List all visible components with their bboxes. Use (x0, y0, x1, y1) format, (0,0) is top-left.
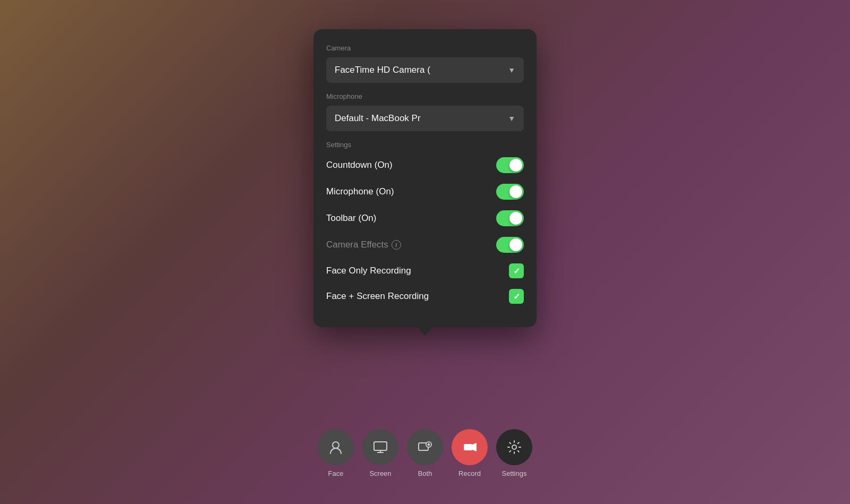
countdown-row: Countdown (On) (326, 157, 524, 173)
face-icon (328, 439, 344, 455)
screen-label: Screen (369, 469, 391, 477)
screen-toolbar-item[interactable]: Screen (362, 429, 398, 477)
face-screen-checkbox[interactable]: ✓ (509, 289, 524, 304)
screen-button[interactable] (362, 429, 398, 465)
bottom-toolbar: Face Screen Both (318, 429, 532, 477)
toolbar-label: Toolbar (On) (326, 213, 376, 224)
svg-marker-8 (472, 443, 477, 451)
camera-effects-info-icon[interactable]: i (392, 240, 401, 250)
both-icon (417, 439, 433, 455)
settings-toolbar-item[interactable]: Settings (496, 429, 532, 477)
both-label: Both (418, 469, 432, 477)
microphone-dropdown-arrow-icon: ▼ (508, 114, 515, 123)
gear-icon (506, 439, 522, 455)
microphone-toggle[interactable] (496, 184, 524, 200)
toolbar-toggle-thumb (509, 212, 522, 225)
record-button[interactable] (452, 429, 488, 465)
settings-section-label: Settings (326, 141, 524, 149)
camera-effects-toggle-track (496, 237, 524, 253)
countdown-label: Countdown (On) (326, 160, 393, 170)
record-toolbar-item[interactable]: Record (452, 429, 488, 477)
toolbar-toggle[interactable] (496, 210, 524, 226)
svg-point-0 (333, 442, 339, 448)
camera-effects-toggle-thumb (509, 238, 522, 251)
face-button[interactable] (318, 429, 354, 465)
face-screen-checkmark-icon: ✓ (513, 292, 520, 302)
record-label: Record (458, 469, 481, 477)
both-toolbar-item[interactable]: Both (407, 429, 443, 477)
face-screen-label: Face + Screen Recording (326, 291, 429, 302)
face-toolbar-item[interactable]: Face (318, 429, 354, 477)
both-button[interactable] (407, 429, 443, 465)
microphone-section-label: Microphone (326, 92, 524, 100)
screen-icon (372, 439, 388, 455)
face-only-checkbox[interactable]: ✓ (509, 263, 524, 278)
camera-dropdown-arrow-icon: ▼ (508, 66, 515, 74)
microphone-toggle-thumb (509, 185, 522, 198)
face-only-label: Face Only Recording (326, 266, 411, 276)
microphone-dropdown[interactable]: Default - MacBook Pr ▼ (326, 106, 524, 131)
svg-rect-7 (464, 444, 472, 450)
svg-point-9 (512, 445, 516, 449)
face-only-row: Face Only Recording ✓ (326, 263, 524, 278)
camera-effects-label: Camera Effects i (326, 240, 401, 250)
microphone-dropdown-value: Default - MacBook Pr (335, 113, 421, 124)
toolbar-row: Toolbar (On) (326, 210, 524, 226)
settings-label: Settings (502, 469, 527, 477)
camera-section-label: Camera (326, 44, 524, 52)
face-label: Face (328, 469, 344, 477)
microphone-setting-label: Microphone (On) (326, 186, 394, 197)
camera-dropdown-value: FaceTime HD Camera ( (335, 65, 430, 75)
record-icon (462, 439, 478, 455)
countdown-toggle-thumb (509, 159, 522, 172)
svg-rect-1 (374, 442, 387, 450)
settings-panel: Camera FaceTime HD Camera ( ▼ Microphone… (313, 29, 537, 327)
svg-point-6 (428, 443, 430, 446)
camera-effects-toggle[interactable] (496, 237, 524, 253)
countdown-toggle[interactable] (496, 157, 524, 173)
microphone-toggle-track (496, 184, 524, 200)
face-screen-row: Face + Screen Recording ✓ (326, 289, 524, 304)
face-only-checkmark-icon: ✓ (513, 266, 520, 276)
toolbar-toggle-track (496, 210, 524, 226)
countdown-toggle-track (496, 157, 524, 173)
camera-dropdown[interactable]: FaceTime HD Camera ( ▼ (326, 57, 524, 83)
settings-button[interactable] (496, 429, 532, 465)
camera-effects-row: Camera Effects i (326, 237, 524, 253)
microphone-setting-row: Microphone (On) (326, 184, 524, 200)
